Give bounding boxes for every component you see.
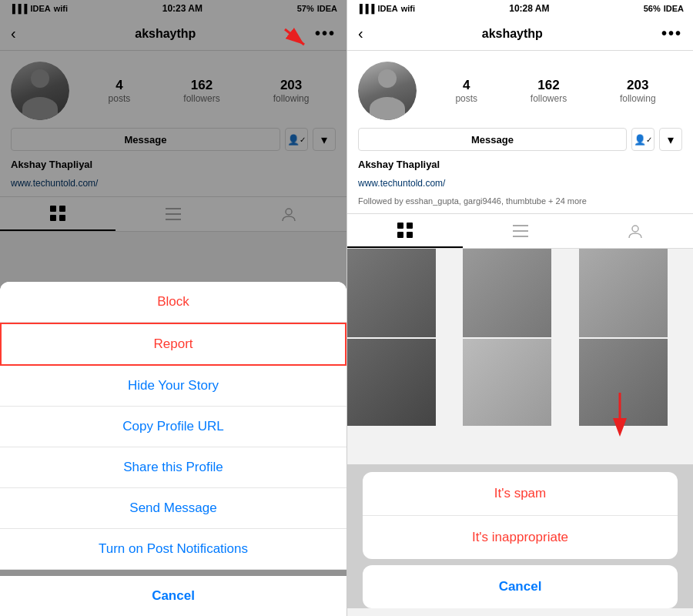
right-profile-name: Akshay Thapliyal: [358, 159, 682, 170]
right-status-time: 10:28 AM: [509, 3, 549, 14]
photo-4: [347, 339, 436, 426]
photo-1: [347, 249, 436, 337]
right-person-icon: 👤: [634, 134, 646, 146]
post-notifications-button[interactable]: Turn on Post Notifications: [0, 529, 346, 570]
hide-story-button[interactable]: Hide Your Story: [0, 366, 346, 407]
right-nav-bar: ‹ akshaythp •••: [347, 17, 693, 51]
its-inappropriate-button[interactable]: It's inappropriate: [363, 516, 678, 559]
report-sheet-wrapper: It's spam It's inappropriate Cancel: [347, 464, 693, 608]
right-avatar: [358, 62, 417, 120]
svg-rect-12: [407, 232, 413, 238]
svg-rect-10: [407, 223, 413, 229]
left-phone-panel: ▐▐▐ IDEA wifi 10:23 AM 57% IDEA ‹ akshay…: [0, 0, 346, 616]
right-tab-list[interactable]: [463, 214, 578, 248]
right-check-icon: ✓: [646, 136, 652, 144]
svg-rect-13: [513, 225, 528, 226]
right-stat-posts: 4 posts: [455, 78, 477, 104]
report-options-container: It's spam It's inappropriate: [363, 472, 678, 559]
right-status-right: 56% IDEA: [644, 4, 684, 13]
copy-url-button[interactable]: Copy Profile URL: [0, 407, 346, 447]
right-tab-tagged[interactable]: [578, 214, 693, 248]
left-overlay: Block Report Hide Your Story Copy Profil…: [0, 0, 346, 616]
right-cancel-button[interactable]: Cancel: [363, 565, 678, 608]
right-tab-bar: [347, 213, 693, 249]
right-back-button[interactable]: ‹: [358, 25, 363, 42]
svg-rect-15: [513, 236, 528, 237]
svg-rect-9: [397, 223, 403, 229]
send-message-button[interactable]: Send Message: [0, 488, 346, 529]
right-carrier-label: IDEA: [377, 4, 397, 13]
svg-point-16: [632, 226, 638, 232]
right-person-tag-icon: [627, 223, 644, 239]
right-tab-grid[interactable]: [347, 214, 463, 248]
right-profile-section: 4 posts 162 followers 203 following Mess…: [347, 51, 693, 213]
photo-3: [579, 249, 668, 337]
right-stat-followers: 162 followers: [531, 78, 567, 104]
block-button[interactable]: Block: [0, 282, 346, 323]
right-grid-icon: [397, 222, 413, 239]
right-stat-following: 203 following: [620, 78, 656, 104]
right-nav-title: akshaythp: [482, 27, 543, 41]
left-cancel-button[interactable]: Cancel: [0, 576, 346, 616]
photo-2: [463, 249, 551, 337]
right-profile-website[interactable]: www.techuntold.com/: [358, 178, 682, 189]
right-action-row: Message 👤 ✓ ▾: [358, 128, 682, 151]
right-dropdown-button[interactable]: ▾: [659, 128, 682, 151]
its-spam-button[interactable]: It's spam: [363, 472, 678, 516]
right-right-carrier: IDEA: [664, 4, 684, 13]
right-photo-grid: [347, 249, 693, 426]
right-chevron-down-icon: ▾: [668, 132, 674, 147]
right-signal-icon: ▐▐▐: [357, 4, 374, 13]
report-button[interactable]: Report: [0, 323, 346, 366]
right-wifi-icon: wifi: [401, 4, 415, 13]
right-list-icon: [512, 223, 529, 239]
left-action-sheet: Block Report Hide Your Story Copy Profil…: [0, 282, 346, 570]
right-more-button[interactable]: •••: [661, 25, 682, 42]
right-status-bar: ▐▐▐ IDEA wifi 10:28 AM 56% IDEA: [347, 0, 693, 17]
right-status-left: ▐▐▐ IDEA wifi: [357, 4, 415, 13]
svg-rect-14: [513, 230, 528, 232]
right-report-sheet: It's spam It's inappropriate Cancel: [347, 464, 693, 616]
right-stats-row: 4 posts 162 followers 203 following: [429, 78, 682, 104]
share-profile-button[interactable]: Share this Profile: [0, 447, 346, 488]
svg-rect-11: [397, 232, 403, 238]
photo-6: [579, 339, 668, 426]
right-follow-button[interactable]: 👤 ✓: [631, 128, 654, 151]
photo-5: [463, 339, 551, 426]
right-phone-panel: ▐▐▐ IDEA wifi 10:28 AM 56% IDEA ‹ akshay…: [346, 0, 693, 616]
right-followed-by: Followed by esshan_gupta, gargi9446, thu…: [358, 196, 682, 206]
right-profile-top: 4 posts 162 followers 203 following: [358, 62, 682, 120]
right-message-button[interactable]: Message: [358, 128, 627, 151]
right-battery-label: 56%: [644, 4, 661, 13]
